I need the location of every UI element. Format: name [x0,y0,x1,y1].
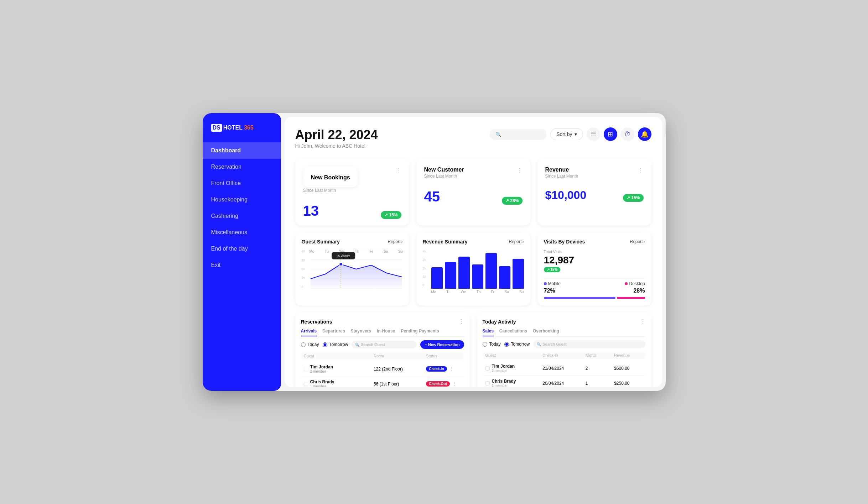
act-revenue-1: $500.00 [614,366,643,371]
col-room: Room [374,354,426,358]
mobile-progress-bar [544,297,616,299]
sidebar-item-housekeeping[interactable]: Housekeeping [203,191,281,208]
sidebar-item-dashboard[interactable]: Dashboard [203,142,281,159]
page-title: April 22, 2024 [295,127,378,142]
revenue-summary-report[interactable]: Report › [509,239,524,244]
stat-card-customer: New Customer Since Last Month ⋮ 45 ↗ 28% [416,159,530,225]
customer-menu[interactable]: ⋮ [516,167,523,174]
tab-sales[interactable]: Sales [483,329,494,336]
activity-search-guest[interactable]: 🔍 Search Guest [533,340,645,348]
revenue-menu[interactable]: ⋮ [637,167,644,174]
tab-cancellations[interactable]: Cancellations [499,329,527,336]
guest-name-1: Tim Jordan [310,364,333,369]
guest-checkbox-1[interactable] [304,367,308,371]
activity-table-head: Guest Check-in Nights Revenue [483,352,646,359]
guest-name-2: Chris Brady [310,379,334,384]
visits-report[interactable]: Report › [630,239,645,244]
tab-in-house[interactable]: In-House [377,329,395,336]
new-reservation-button[interactable]: + New Reservation [420,340,464,349]
row-menu-1[interactable]: ⋮ [449,366,454,371]
sort-button[interactable]: Sort by ▾ [550,128,583,140]
bookings-menu[interactable]: ⋮ [395,167,401,174]
guest-summary-title: Guest Summary [302,239,340,245]
activity-search-label: Search Guest [542,342,566,346]
radio-today-label: Today [308,342,319,347]
room-2: 56 (1st Floor) [374,382,426,387]
act-guest-cell-1: Tim Jordan 2 member [485,364,543,373]
customer-title: New Customer [424,167,464,173]
timer-icon: ⏱ [624,131,631,138]
header: April 22, 2024 Hi John, Welcome to ABC H… [295,127,651,149]
act-checkbox-2[interactable] [485,381,490,385]
revenue-summary-title: Revenue Summary [423,239,468,245]
sidebar-item-end-of-day[interactable]: End of the day [203,241,281,257]
customer-value: 45 [424,189,440,205]
activity-tomorrow-radio[interactable] [504,342,509,347]
today-activity-title: Today Activity [483,319,516,325]
list-view-button[interactable]: ☰ [587,127,600,141]
tab-stayovers[interactable]: Stayovers [351,329,371,336]
sidebar: DS HOTEL 365 Dashboard Reservation Front… [203,113,281,391]
reservations-menu[interactable]: ⋮ [458,318,464,325]
charts-row: Guest Summary Report › 403020100 [295,232,651,305]
bar-chart [431,250,524,296]
main-content: April 22, 2024 Hi John, Welcome to ABC H… [285,117,662,387]
col-revenue: Revenue [614,353,643,357]
total-visits-value: 12,987 [544,254,645,266]
device-percent-row: 72% 28% [544,288,645,294]
row-menu-2[interactable]: ⋮ [452,381,457,386]
visits-badge: ↗ 15% [544,267,561,272]
sidebar-item-miscellaneous[interactable]: Miscellaneous [203,224,281,241]
guest-checkbox-2[interactable] [304,382,308,386]
guest-summary-chart: 403020100 [302,250,403,296]
activity-today-label: Today [489,342,501,347]
logo: DS HOTEL 365 [203,124,281,142]
act-name-1: Tim Jordan [492,364,515,369]
search-guest-input[interactable]: 🔍 Search Guest [352,341,417,348]
tab-overbooking[interactable]: Overbooking [533,329,559,336]
revenue-summary-card: Revenue Summary Report › 4k3k2k1k0 [416,232,530,305]
search-icon: 🔍 [495,132,501,137]
search-input[interactable] [504,132,540,137]
alert-button[interactable]: 🔔 [638,127,651,141]
sidebar-item-exit[interactable]: Exit [203,257,281,273]
revenue-subtitle: Since Last Month [545,174,578,179]
radio-today-group[interactable]: Today [301,342,319,347]
radio-tomorrow[interactable] [323,342,327,347]
radio-today[interactable] [301,342,306,347]
sidebar-item-cashiering[interactable]: Cashiering [203,208,281,224]
sidebar-item-reservation[interactable]: Reservation [203,159,281,175]
guest-summary-report[interactable]: Report › [388,239,402,244]
guest-cell-2: Chris Brady 1 member [304,379,374,387]
tab-arrivals[interactable]: Arrivals [301,329,317,336]
search-box[interactable]: 🔍 [490,129,547,140]
activity-today-radio[interactable] [483,342,487,347]
svg-marker-5 [310,264,402,289]
svg-text:25 Visitors: 25 Visitors [337,254,350,258]
logo-ds: DS [211,124,222,132]
tab-departures[interactable]: Departures [322,329,345,336]
list-icon: ☰ [591,130,596,138]
activity-radio-today[interactable]: Today [483,342,501,347]
visits-title: Visits By Devices [544,239,585,245]
radio-tomorrow-group[interactable]: Tomorrow [323,342,348,347]
activity-menu[interactable]: ⋮ [640,318,646,325]
customer-badge: ↗ 28% [502,197,522,205]
grid-icon: ⊞ [608,130,613,138]
table-row: Tim Jordan 2 member 21/04/2024 2 $500.00 [483,361,646,376]
timer-button[interactable]: ⏱ [621,127,634,141]
mobile-row: Mobile Desktop [544,281,645,286]
bell-icon: 🔔 [641,130,649,138]
col-guest-act: Guest [485,353,543,357]
table-row: Chris Brady 1 member 20/04/2024 1 $250.0… [483,376,646,387]
bookings-title: New Bookings [303,167,358,187]
act-member-1: 2 member [492,369,515,373]
tab-pending[interactable]: Pending Payments [401,329,439,336]
act-checkbox-1[interactable] [485,366,490,371]
grid-view-button[interactable]: ⊞ [604,127,617,141]
activity-radio-tomorrow[interactable]: Tomorrow [504,342,530,347]
desktop-pct: 28% [633,288,645,294]
activity-search-icon: 🔍 [537,342,541,346]
table-row: Tim Jordan 2 member 122 (2nd Floor) Chec… [301,362,464,377]
sidebar-item-front-office[interactable]: Front Office [203,175,281,191]
